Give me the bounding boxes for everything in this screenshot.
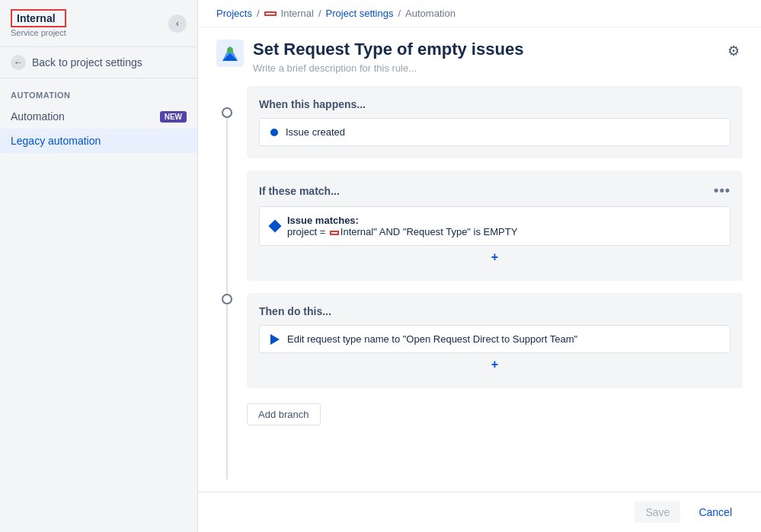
more-options-button[interactable]: •••	[714, 183, 731, 199]
when-block: When this happens... Issue created	[247, 86, 743, 158]
project-type-label: Service project	[11, 28, 66, 37]
rule-icon	[216, 40, 244, 67]
diamond-icon	[269, 220, 282, 233]
plus-icon-2: +	[491, 358, 498, 371]
then-add-action-button[interactable]: +	[259, 353, 731, 376]
timeline	[216, 86, 238, 479]
main-content: Projects / Internal / Project settings /…	[198, 0, 761, 532]
add-branch-button[interactable]: Add branch	[247, 403, 321, 425]
svg-point-3	[227, 47, 233, 53]
left-arrow-icon: ←	[14, 57, 23, 68]
breadcrumb-sep-1: /	[257, 8, 260, 19]
sidebar-header: Internal Service project ‹	[0, 0, 197, 47]
timeline-dot-top	[222, 107, 232, 118]
add-branch-container: Add branch	[247, 400, 743, 425]
then-block-title: Then do this...	[259, 305, 731, 317]
timeline-line-1	[226, 118, 228, 293]
footer: Save Cancel	[198, 492, 761, 532]
gear-button[interactable]: ⚙	[724, 40, 743, 62]
if-card-label: Issue matches:	[287, 215, 359, 226]
if-card[interactable]: Issue matches: project = Internal" AND "…	[259, 206, 731, 246]
sidebar-item-automation[interactable]: Automation NEW	[0, 104, 197, 129]
triangle-icon	[270, 334, 280, 345]
if-block: If these match... ••• Issue matches: pro…	[247, 170, 743, 281]
back-label: Back to project settings	[32, 56, 142, 68]
if-block-title: If these match... •••	[259, 183, 731, 199]
then-block: Then do this... Edit request type name t…	[247, 293, 743, 388]
page-title: Set Request Type of empty issues	[253, 40, 715, 59]
breadcrumb-internal-box[interactable]	[264, 11, 277, 16]
breadcrumb-sep-2: /	[318, 8, 321, 19]
breadcrumb: Projects / Internal / Project settings /…	[198, 0, 761, 27]
timeline-line-2	[226, 304, 228, 479]
sidebar-section-label: AUTOMATION	[0, 78, 197, 104]
back-to-settings-button[interactable]: ← Back to project settings	[0, 47, 197, 78]
sidebar-toggle-button[interactable]: ‹	[168, 14, 187, 33]
if-card-suffix: Internal" AND "Request Type" is EMPTY	[341, 226, 518, 237]
then-card[interactable]: Edit request type name to "Open Request …	[259, 325, 731, 353]
then-card-text: Edit request type name to "Open Request …	[287, 333, 577, 345]
save-button[interactable]: Save	[635, 502, 680, 523]
back-icon: ←	[11, 55, 26, 70]
when-block-title: When this happens...	[259, 98, 731, 110]
sidebar-item-legacy-automation[interactable]: Legacy automation	[0, 129, 197, 153]
sidebar-item-legacy-automation-label: Legacy automation	[11, 135, 101, 147]
project-name-box[interactable]: Internal	[11, 9, 66, 27]
when-card[interactable]: Issue created	[259, 118, 731, 146]
new-badge: NEW	[160, 111, 187, 123]
then-label: Then do this...	[259, 305, 331, 317]
blocks-column: When this happens... Issue created If th…	[247, 86, 743, 479]
page-header: Set Request Type of empty issues Write a…	[198, 27, 761, 80]
page-description[interactable]: Write a brief description for this rule.…	[253, 62, 715, 74]
breadcrumb-projects[interactable]: Projects	[216, 8, 252, 19]
timeline-dot-middle	[222, 294, 232, 304]
content-area: When this happens... Issue created If th…	[198, 80, 761, 492]
cancel-button[interactable]: Cancel	[688, 502, 743, 523]
when-label: When this happens...	[259, 98, 366, 110]
if-card-text: Issue matches: project = Internal" AND "…	[287, 215, 517, 237]
if-card-highlight[interactable]	[330, 231, 339, 235]
plus-icon: +	[491, 250, 498, 264]
sidebar-item-automation-label: Automation	[11, 110, 65, 123]
when-card-text: Issue created	[286, 126, 345, 138]
dot-icon	[270, 129, 278, 136]
if-label: If these match...	[259, 185, 340, 197]
if-card-prefix: project =	[287, 226, 328, 237]
breadcrumb-internal-text: Internal	[281, 8, 314, 19]
page-title-area: Set Request Type of empty issues Write a…	[253, 40, 715, 74]
breadcrumb-project-settings[interactable]: Project settings	[326, 8, 394, 19]
if-add-condition-button[interactable]: +	[259, 246, 731, 269]
chevron-left-icon: ‹	[176, 18, 179, 29]
breadcrumb-automation: Automation	[405, 8, 456, 19]
breadcrumb-sep-3: /	[398, 8, 401, 19]
sidebar: Internal Service project ‹ ← Back to pro…	[0, 0, 198, 532]
